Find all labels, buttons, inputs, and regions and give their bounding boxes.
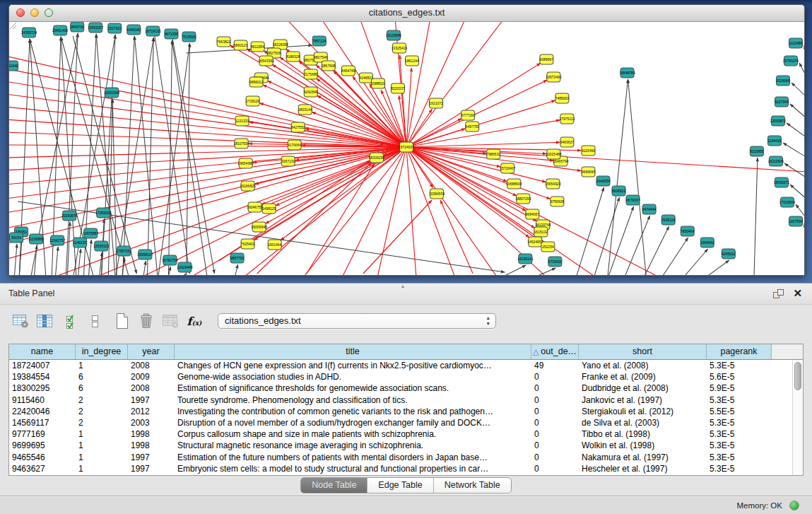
- table-cell: 0: [531, 395, 579, 406]
- delete-table-icon: [161, 312, 180, 330]
- table-cell: Jankovic et al. (1997): [579, 395, 707, 406]
- close-panel-icon[interactable]: ✕: [793, 287, 802, 300]
- table-row[interactable]: 977716911998Corpus callosum shape and si…: [9, 428, 792, 440]
- table-panel: ▴ Table Panel ✕: [0, 283, 812, 514]
- table-cell: 49: [531, 360, 579, 371]
- table-cell: 5.3E-5: [707, 417, 772, 428]
- table-cell: Stergiakouli et al. (2012): [579, 406, 707, 417]
- table-cell: Tibbo et al. (1998): [579, 428, 707, 440]
- table-header-row: namein_degreeyeartitle△out_de…shortpager…: [9, 344, 803, 360]
- table-row[interactable]: 2242004622012Investigating the contribut…: [9, 406, 792, 417]
- network-window-title: citations_edges.txt: [9, 5, 804, 21]
- function-builder-icon[interactable]: f(x): [185, 312, 204, 330]
- table-cell: 5.3E-5: [707, 360, 772, 371]
- network-window-titlebar[interactable]: citations_edges.txt: [9, 5, 804, 22]
- table-row[interactable]: 1938455462009Genome-wide association stu…: [9, 371, 792, 382]
- table-cell: 1: [76, 440, 128, 451]
- table-cell: Nakamura et al. (1997): [579, 452, 707, 463]
- table-cell: Corpus callosum shape and size in male p…: [175, 428, 531, 440]
- float-panel-icon[interactable]: [772, 288, 784, 299]
- header-spacer: [772, 344, 803, 359]
- table-cell: 1997: [128, 452, 175, 463]
- table-cell: Tourette syndrome. Phenomenology and cla…: [175, 395, 531, 406]
- vertical-scrollbar[interactable]: [792, 360, 803, 475]
- table-panel-title: Table Panel: [8, 284, 54, 303]
- table-cell: 2003: [128, 417, 175, 428]
- table-settings-icon[interactable]: [11, 312, 30, 330]
- table-cell: 1: [76, 452, 128, 463]
- select-columns-icon[interactable]: [35, 312, 54, 330]
- table-cell: 18300295: [9, 382, 76, 394]
- table-cell: Wolkin et al. (1998): [579, 440, 707, 451]
- zoom-traffic-light[interactable]: [45, 8, 53, 17]
- table-cell: Structural magnetic resonance image aver…: [175, 440, 531, 451]
- table-cell: 2: [76, 417, 128, 428]
- table-cell: Estimation of significance thresholds fo…: [175, 382, 531, 394]
- column-header-year[interactable]: year: [128, 344, 175, 359]
- table-cell: 9463627: [9, 463, 76, 474]
- minimize-traffic-light[interactable]: [30, 8, 39, 17]
- table-cell: 0: [531, 463, 579, 474]
- table-cell: de Silva et al. (2003): [579, 417, 707, 428]
- column-header-out_de[interactable]: △out_de…: [531, 344, 579, 359]
- table-cell: 5.3E-5: [707, 463, 772, 474]
- memory-status-label: Memory: OK: [736, 496, 782, 514]
- table-cell: 1998: [128, 428, 175, 440]
- table-cell: Genome-wide association studies in ADHD.: [175, 371, 531, 382]
- tab-node-table[interactable]: Node Table: [301, 478, 367, 493]
- table-row[interactable]: 946554611997Estimation of the future num…: [9, 452, 792, 463]
- table-cell: 0: [531, 382, 579, 394]
- column-header-title[interactable]: title: [175, 344, 531, 359]
- table-toolbar: f(x) citations_edges.txt ▲▼: [11, 310, 496, 332]
- table-cell: Investigating the contribution of common…: [175, 406, 531, 417]
- table-cell: 9115460: [9, 395, 76, 406]
- column-header-pagerank[interactable]: pagerank: [707, 344, 772, 359]
- column-header-in_degree[interactable]: in_degree: [76, 344, 128, 359]
- network-window: citations_edges.txt 24355724206914062843…: [8, 4, 805, 276]
- table-cell: 5.3E-5: [707, 428, 772, 440]
- tab-network-table[interactable]: Network Table: [433, 478, 511, 493]
- table-cell: Dudbridge et al. (2008): [579, 382, 707, 394]
- table-cell: Estimation of the future numbers of pati…: [175, 452, 531, 463]
- table-cell: 5.6E-5: [707, 371, 772, 382]
- table-cell: 0: [531, 417, 579, 428]
- network-graph-area: 2435572420691406284371610653267152760264…: [9, 22, 804, 275]
- table-cell: Hescheler et al. (1997): [579, 463, 707, 474]
- table-row[interactable]: 1872400712008Changes of HCN gene express…: [9, 360, 792, 371]
- row-height-icon[interactable]: [86, 312, 105, 330]
- table-tabs-row: Node Table Edge Table Network Table: [0, 477, 812, 493]
- new-document-icon[interactable]: [113, 312, 131, 330]
- table-cell: 0: [531, 371, 579, 382]
- table-cell: 9699695: [9, 440, 76, 451]
- table-cell: 0: [531, 440, 579, 451]
- table-cell: 0: [531, 428, 579, 440]
- table-row[interactable]: 969969511998Structural magnetic resonanc…: [9, 440, 792, 451]
- row-checklist-icon[interactable]: [62, 312, 81, 330]
- table-row[interactable]: 946362711997Embryonic stem cells: a mode…: [9, 463, 792, 474]
- table-row[interactable]: 1830029562008Estimation of significance …: [9, 382, 792, 394]
- close-traffic-light[interactable]: [16, 8, 25, 17]
- table-row[interactable]: 1456911722003Disruption of a novel membe…: [9, 417, 792, 428]
- table-cell: 1: [76, 360, 128, 371]
- table-cell: 14569117: [9, 417, 76, 428]
- table-cell: 1997: [128, 463, 175, 474]
- table-cell: 5.3E-5: [707, 452, 772, 463]
- tab-edge-table[interactable]: Edge Table: [367, 478, 433, 493]
- column-header-short[interactable]: short: [579, 344, 707, 359]
- table-cell: 9777169: [9, 428, 76, 440]
- table-cell: Changes of HCN gene expression and I(f) …: [175, 360, 531, 371]
- table-row[interactable]: 911546021997Tourette syndrome. Phenomeno…: [9, 395, 792, 406]
- table-selector[interactable]: citations_edges.txt ▲▼: [218, 313, 496, 329]
- scrollbar-thumb[interactable]: [794, 362, 801, 390]
- table-cell: 1: [76, 463, 128, 474]
- resize-grip-icon[interactable]: [9, 22, 804, 274]
- table-cell: Embryonic stem cells: a model to study s…: [175, 463, 531, 474]
- table-cell: 19384554: [9, 371, 76, 382]
- table-cell: 1998: [128, 440, 175, 451]
- table-cell: 1: [76, 428, 128, 440]
- column-header-name[interactable]: name: [9, 344, 76, 359]
- splitter-handle-icon[interactable]: ▴: [401, 284, 411, 288]
- delete-rows-icon[interactable]: [137, 312, 155, 330]
- table-panel-header: ▴ Table Panel ✕: [0, 284, 812, 305]
- table-cell: 6: [76, 371, 128, 382]
